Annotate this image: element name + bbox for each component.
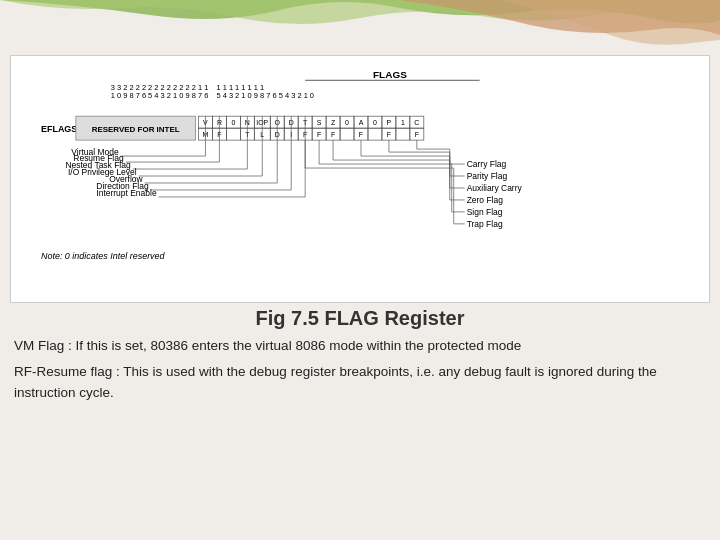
svg-text:Carry Flag: Carry Flag (467, 159, 507, 169)
svg-text:Auxiliary Carry: Auxiliary Carry (467, 183, 523, 193)
svg-text:0: 0 (345, 119, 349, 126)
diagram-container: FLAGS 3 3 2 2 2 2 2 2 2 2 2 2 2 2 1 1 1 … (10, 55, 710, 303)
svg-text:Note: 0 indicates Intel reserv: Note: 0 indicates Intel reserved (41, 251, 166, 261)
flag-register-diagram: FLAGS 3 3 2 2 2 2 2 2 2 2 2 2 2 2 1 1 1 … (21, 64, 699, 294)
svg-text:5 4 3 2 1 0 9 8 7 6 5 4 3 2 1 : 5 4 3 2 1 0 9 8 7 6 5 4 3 2 1 0 (216, 91, 314, 100)
svg-text:0: 0 (373, 119, 377, 126)
svg-text:EFLAGS: EFLAGS (41, 124, 77, 134)
svg-text:Parity Flag: Parity Flag (467, 171, 508, 181)
paragraph-2: RF-Resume flag : This is used with the d… (14, 362, 706, 403)
svg-text:1: 1 (401, 119, 405, 126)
top-banner (0, 0, 720, 60)
svg-text:Interrupt Enable: Interrupt Enable (96, 188, 157, 198)
svg-rect-64 (396, 128, 410, 140)
svg-text:Z: Z (331, 119, 336, 126)
body-text: VM Flag : If this is set, 80386 enters t… (10, 336, 710, 403)
paragraph-1: VM Flag : If this is set, 80386 enters t… (14, 336, 706, 356)
svg-rect-50 (340, 128, 354, 140)
svg-text:S: S (317, 119, 322, 126)
svg-text:FLAGS: FLAGS (373, 69, 407, 80)
svg-text:1 0 9 8 7 6 5 4 3 2 1 0 9 8 7 : 1 0 9 8 7 6 5 4 3 2 1 0 9 8 7 6 (111, 91, 209, 100)
svg-text:F: F (331, 131, 335, 138)
svg-text:Sign Flag: Sign Flag (467, 207, 503, 217)
svg-text:P: P (387, 119, 392, 126)
svg-text:Trap Flag: Trap Flag (467, 219, 503, 229)
svg-text:C: C (414, 119, 419, 126)
svg-text:T: T (245, 131, 250, 138)
svg-text:F: F (317, 131, 321, 138)
svg-text:F: F (359, 131, 363, 138)
svg-text:0: 0 (231, 119, 235, 126)
svg-text:Zero Flag: Zero Flag (467, 195, 504, 205)
figure-caption: Fig 7.5 FLAG Register (10, 307, 710, 330)
main-content: FLAGS 3 3 2 2 2 2 2 2 2 2 2 2 2 2 1 1 1 … (10, 55, 710, 535)
figure-title-text: Fig 7.5 FLAG Register (256, 307, 465, 329)
svg-text:F: F (415, 131, 419, 138)
svg-text:F: F (387, 131, 391, 138)
svg-rect-19 (226, 128, 240, 140)
svg-text:RESERVED FOR INTEL: RESERVED FOR INTEL (92, 125, 180, 134)
svg-rect-57 (368, 128, 382, 140)
svg-text:T: T (303, 119, 308, 126)
svg-text:A: A (359, 119, 364, 126)
